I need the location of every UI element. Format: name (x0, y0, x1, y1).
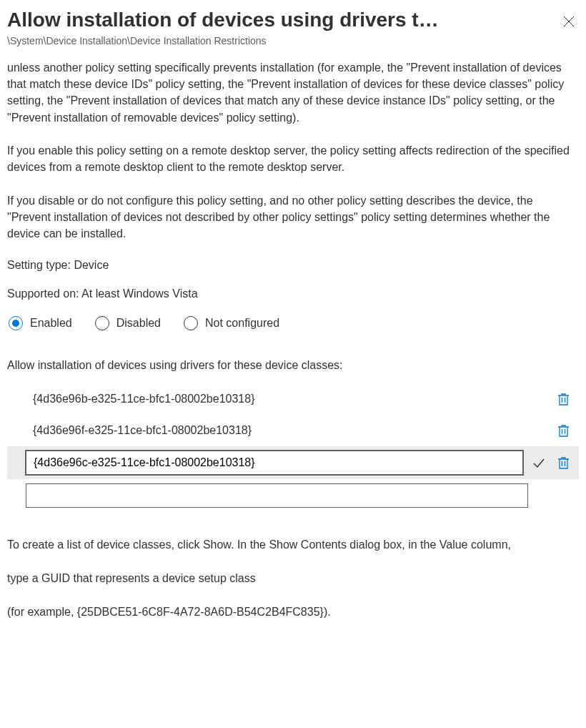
radio-enabled[interactable]: Enabled (9, 316, 72, 330)
device-class-list: {4d36e96b-e325-11ce-bfc1-08002be10318} {… (7, 383, 579, 512)
radio-icon (184, 316, 198, 330)
list-item-edit-input[interactable] (26, 451, 523, 475)
state-radio-group: Enabled Disabled Not configured (9, 316, 579, 330)
radio-label: Disabled (116, 317, 161, 330)
trash-icon (557, 393, 570, 405)
radio-label: Not configured (205, 317, 279, 330)
list-item[interactable]: {4d36e96f-e325-11ce-bfc1-08002be10318} (7, 415, 579, 446)
help-line: To create a list of device classes, clic… (7, 536, 579, 553)
page-title: Allow installation of devices using driv… (7, 7, 559, 32)
close-button[interactable] (559, 11, 579, 31)
supported-on: Supported on: At least Windows Vista (7, 287, 579, 300)
policy-description: unless another policy setting specifical… (7, 59, 579, 242)
delete-button[interactable] (555, 454, 572, 471)
list-item-new (7, 479, 579, 512)
confirm-button[interactable] (530, 454, 547, 471)
close-icon (563, 16, 575, 27)
help-line: type a GUID that represents a device set… (7, 570, 579, 586)
breadcrumb: \System\Device Installation\Device Insta… (7, 35, 579, 46)
list-item-editing (7, 446, 579, 479)
trash-icon (557, 456, 570, 469)
help-text: To create a list of device classes, clic… (7, 536, 579, 621)
list-item-value: {4d36e96f-e325-11ce-bfc1-08002be10318} (33, 424, 547, 437)
radio-icon (95, 316, 109, 330)
list-item-value: {4d36e96b-e325-11ce-bfc1-08002be10318} (33, 393, 547, 405)
list-item[interactable]: {4d36e96b-e325-11ce-bfc1-08002be10318} (7, 383, 579, 415)
new-item-input[interactable] (26, 483, 528, 508)
delete-button[interactable] (555, 390, 572, 408)
setting-type: Setting type: Device (7, 259, 579, 272)
radio-icon (9, 316, 23, 330)
radio-disabled[interactable]: Disabled (95, 316, 161, 330)
radio-not-configured[interactable]: Not configured (184, 316, 279, 330)
radio-label: Enabled (30, 317, 72, 330)
device-class-list-label: Allow installation of devices using driv… (7, 359, 579, 372)
check-icon (532, 456, 545, 469)
help-line: (for example, {25DBCE51-6C8F-4A72-8A6D-B… (7, 604, 579, 620)
delete-button[interactable] (555, 422, 572, 439)
trash-icon (557, 424, 570, 437)
